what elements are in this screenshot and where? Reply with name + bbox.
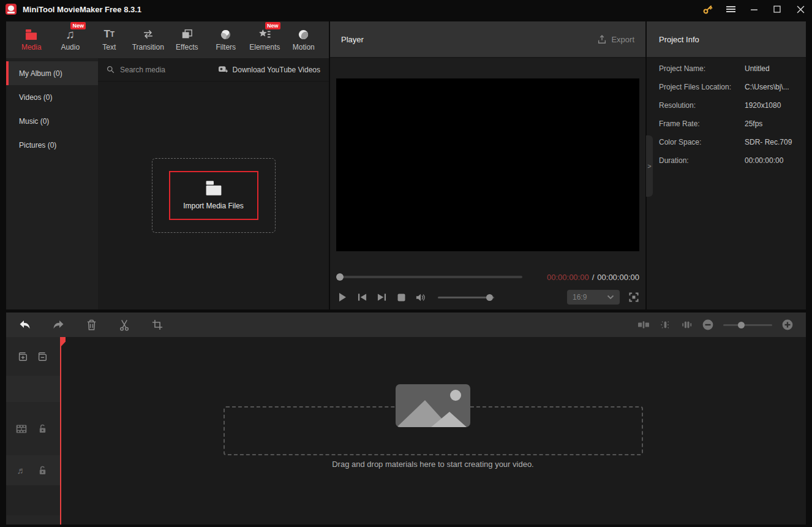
timeline-zoom-slider[interactable]	[723, 324, 772, 326]
remove-track-icon[interactable]	[37, 351, 48, 362]
project-info-row: Color Space: SDR- Rec.709	[647, 133, 806, 151]
timeline-zoom-handle[interactable]	[738, 322, 745, 328]
search-input[interactable]	[119, 65, 201, 75]
aspect-ratio-select[interactable]: 16:9	[567, 290, 620, 305]
timeline: ♬ Drag and drop materials here to start …	[6, 337, 806, 525]
info-label: Resolution:	[659, 101, 745, 110]
info-label: Duration:	[659, 156, 745, 165]
zoom-in-icon[interactable]	[781, 319, 794, 331]
delete-icon[interactable]	[85, 318, 98, 332]
project-info-row: Duration: 00:00:00:00	[647, 151, 806, 170]
tab-audio[interactable]: New ♫ Audio	[54, 24, 88, 56]
export-button[interactable]: Export	[597, 34, 634, 44]
info-value: SDR- Rec.709	[745, 138, 792, 146]
tab-elements[interactable]: New Elements	[248, 24, 282, 56]
volume-handle[interactable]	[486, 294, 493, 301]
new-badge: New	[265, 22, 280, 29]
fullscreen-icon[interactable]	[628, 292, 639, 303]
split-scissors-icon[interactable]	[118, 318, 131, 332]
titlebar: MiniTool MovieMaker Free 8.3.1	[0, 0, 812, 18]
import-media-files-label: Import Media Files	[183, 202, 244, 210]
timeline-zoom-controls	[637, 319, 794, 331]
info-label: Color Space:	[659, 138, 745, 146]
folder-icon	[24, 28, 38, 40]
project-info-title: Project Info	[659, 35, 699, 44]
play-button[interactable]	[337, 292, 347, 302]
player-title: Player	[341, 35, 364, 44]
redo-icon[interactable]	[51, 318, 65, 332]
undo-icon[interactable]	[18, 318, 32, 332]
next-frame-button[interactable]	[377, 292, 386, 302]
timeline-toolbar	[6, 313, 806, 337]
snap-icon[interactable]	[659, 319, 671, 331]
effects-icon	[181, 28, 193, 40]
stop-button[interactable]	[396, 292, 406, 302]
minimize-icon[interactable]	[742, 0, 765, 18]
playhead-handle[interactable]	[60, 337, 66, 346]
tab-text[interactable]: TT Text	[92, 24, 126, 56]
key-icon[interactable]	[696, 0, 719, 18]
add-track-icon[interactable]	[17, 351, 28, 362]
extra-track-row	[6, 485, 60, 515]
tab-filters[interactable]: Filters	[209, 24, 243, 56]
audio-track-icon: ♬	[16, 465, 27, 476]
project-info-row: Project Name: Untitled	[647, 59, 806, 78]
info-value: 1920x1080	[745, 101, 781, 110]
export-label: Export	[611, 35, 634, 44]
volume-slider[interactable]	[438, 297, 494, 298]
panel-collapse-handle[interactable]: >	[646, 135, 653, 197]
project-info-row: Project Files Location: C:\Users\bj\...	[647, 78, 806, 96]
chevron-down-icon	[607, 295, 614, 300]
audio-track-row: ♬	[6, 455, 60, 485]
menu-icon[interactable]	[719, 0, 742, 18]
tab-transition[interactable]: Transition	[132, 24, 165, 56]
unlock-icon[interactable]	[37, 423, 48, 434]
tab-label: Transition	[132, 43, 164, 51]
sidebar-item-my-album[interactable]: My Album (0)	[6, 61, 98, 85]
seek-bar[interactable]	[337, 276, 522, 278]
download-youtube-label: Download YouTube Videos	[233, 66, 320, 74]
window-title: MiniTool MovieMaker Free 8.3.1	[23, 5, 141, 14]
import-media-files-button[interactable]: Import Media Files	[169, 171, 258, 220]
tab-label: Media	[21, 43, 42, 51]
media-area: Download YouTube Videos Import Media Fil…	[98, 58, 329, 309]
previous-frame-button[interactable]	[357, 292, 367, 302]
import-folder-icon	[204, 180, 224, 196]
sidebar-item-pictures[interactable]: Pictures (0)	[6, 133, 98, 157]
insert-clip-icon[interactable]	[637, 319, 650, 331]
tab-label: Audio	[61, 43, 80, 51]
project-info-row: Resolution: 1920x1080	[647, 96, 806, 115]
player-header: Player Export	[330, 21, 645, 58]
close-icon[interactable]	[789, 0, 812, 18]
maximize-icon[interactable]	[765, 0, 789, 18]
tab-label: Elements	[249, 43, 280, 51]
video-track-row	[6, 402, 60, 455]
elements-star-icon	[258, 28, 271, 40]
unlock-icon[interactable]	[37, 465, 48, 476]
project-info-header: Project Info	[647, 21, 806, 58]
search-icon	[107, 66, 115, 74]
playback-controls: 16:9	[337, 289, 639, 305]
project-info-body: Project Name: Untitled Project Files Loc…	[647, 59, 806, 170]
video-preview-screen[interactable]	[336, 78, 639, 251]
motion-icon	[298, 28, 309, 40]
tab-effects[interactable]: Effects	[170, 24, 204, 56]
transition-arrows-icon	[141, 28, 155, 40]
crop-icon[interactable]	[151, 318, 164, 332]
current-time: 00:00:00:00	[547, 273, 589, 282]
sidebar-item-music[interactable]: Music (0)	[6, 109, 98, 133]
seek-handle[interactable]	[336, 273, 344, 281]
filters-icon	[220, 28, 231, 40]
waveform-fit-icon[interactable]	[680, 319, 693, 331]
total-time: 00:00:00:00	[597, 273, 639, 282]
download-youtube-button[interactable]: Download YouTube Videos	[219, 66, 320, 74]
sidebar-item-videos[interactable]: Videos (0)	[6, 85, 98, 109]
zoom-out-icon[interactable]	[702, 319, 714, 331]
player-body: 00:00:00:00/00:00:00:00	[330, 58, 645, 309]
media-search-row: Download YouTube Videos	[98, 58, 329, 82]
tab-motion[interactable]: Motion	[287, 24, 321, 56]
tab-media[interactable]: Media	[15, 24, 48, 56]
extra-track-row	[6, 515, 60, 525]
volume-icon[interactable]	[416, 292, 426, 302]
drop-hint-text: Drag and drop materials here to start cr…	[60, 460, 806, 469]
